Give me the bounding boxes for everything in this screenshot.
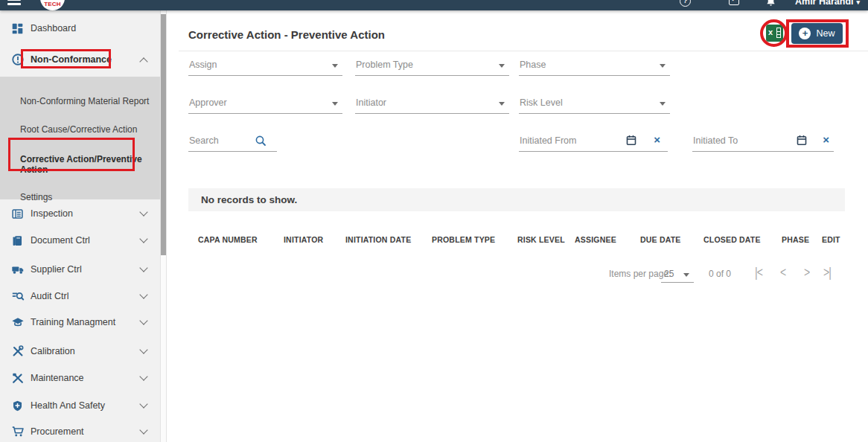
filter-problem-type-select[interactable]: Problem Type: [355, 57, 509, 76]
truck-icon: [10, 263, 25, 277]
export-excel-button[interactable]: x: [766, 25, 783, 42]
filter-problem-type-label: Problem Type: [356, 60, 413, 70]
submenu-item-root-cause[interactable]: Root Cause/Corrective Action: [20, 124, 137, 135]
clear-date-icon[interactable]: ×: [823, 133, 829, 146]
chevron-down-icon: [139, 234, 147, 243]
user-menu[interactable]: Amir Harandi▾: [795, 0, 860, 7]
chevron-down-icon: [139, 345, 147, 353]
chevron-down-icon: [139, 316, 147, 324]
new-button[interactable]: + New: [791, 23, 843, 44]
main-content: Corrective Action - Preventive Action x …: [167, 10, 868, 442]
chevron-down-icon: [139, 208, 147, 216]
sidebar-item-procurement[interactable]: Procurement: [0, 418, 160, 442]
sidebar-nav: Dashboard Non-Conformance Non-Conforming…: [0, 10, 160, 442]
sidebar-item-label: Dashboard: [31, 23, 76, 33]
previous-page-button[interactable]: <: [780, 265, 785, 280]
excel-grid-icon: [776, 28, 781, 38]
sidebar-item-label: Training Managment: [31, 317, 115, 327]
sidebar-item-training[interactable]: Training Managment: [0, 309, 160, 336]
column-header-problem-type[interactable]: PROBLEM TYPE: [432, 235, 495, 244]
chevron-down-icon: [139, 400, 147, 408]
column-header-closed-date[interactable]: CLOSED DATE: [703, 235, 761, 244]
filter-approver-select[interactable]: Approver: [188, 95, 342, 114]
column-header-assignee[interactable]: ASSIGNEE: [575, 235, 616, 244]
column-header-initiator[interactable]: INITIATOR: [284, 235, 323, 244]
user-name: Amir Harandi: [795, 0, 854, 7]
chevron-down-icon: [499, 64, 505, 68]
sidebar-item-label: Health And Safety: [31, 400, 105, 411]
filter-assign-select[interactable]: Assign: [188, 57, 342, 76]
top-app-bar: TECH ? ✓ Amir Harandi▾: [0, 0, 868, 10]
filter-initiator-select[interactable]: Initiator: [355, 95, 509, 114]
sidebar-item-label: Audit Ctrl: [31, 291, 68, 301]
sidebar-item-dashboard[interactable]: Dashboard: [0, 15, 160, 42]
filter-initiator-label: Initiator: [356, 97, 386, 108]
chevron-down-icon: [139, 426, 147, 434]
graduation-cap-icon: [10, 316, 25, 330]
tech-logo: TECH: [40, 0, 65, 10]
items-per-page-select[interactable]: 25: [661, 266, 694, 283]
column-header-capa-number[interactable]: CAPA NUMBER: [198, 235, 258, 244]
chevron-down-icon: [139, 263, 147, 272]
new-button-label: New: [816, 28, 835, 39]
chevron-down-icon: [332, 64, 338, 68]
sidebar-item-non-conformance[interactable]: Non-Conformance: [0, 46, 160, 73]
empty-state-bar: No records to show.: [188, 188, 845, 211]
column-header-phase[interactable]: PHASE: [782, 235, 809, 244]
filter-assign-label: Assign: [189, 60, 217, 70]
maintenance-tools-icon: [10, 371, 25, 385]
sidebar-item-audit-ctrl[interactable]: Audit Ctrl: [0, 283, 160, 310]
submenu-item-ncmr[interactable]: Non-Conforming Material Report: [20, 96, 149, 106]
sidebar-item-document-ctrl[interactable]: Document Ctrl: [0, 227, 160, 254]
filter-risk-level-select[interactable]: Risk Level: [519, 95, 670, 114]
column-header-due-date[interactable]: DUE DATE: [640, 235, 681, 244]
filter-risk-level-label: Risk Level: [520, 97, 563, 108]
calendar-icon[interactable]: [626, 135, 636, 149]
chevron-down-icon: [683, 273, 689, 277]
clear-date-icon[interactable]: ×: [654, 133, 660, 146]
submenu-item-capa[interactable]: Corrective Action/Preventive Action: [20, 154, 142, 175]
hamburger-menu-icon[interactable]: [7, 0, 21, 7]
initiated-to-placeholder: Initiated To: [693, 135, 738, 146]
dashboard-icon: [10, 22, 25, 36]
tasks-checkbox-icon[interactable]: ✓: [729, 0, 739, 5]
search-icon[interactable]: [255, 135, 267, 150]
search-input[interactable]: Search: [188, 132, 277, 152]
next-page-button[interactable]: >: [804, 265, 809, 280]
column-header-initiation-date[interactable]: INITIATION DATE: [345, 235, 411, 244]
sidebar-item-inspection[interactable]: Inspection: [0, 200, 160, 227]
sidebar-scrollbar-thumb[interactable]: [161, 14, 166, 255]
shopping-cart-icon: [10, 425, 25, 439]
notifications-bell-icon[interactable]: [765, 0, 776, 10]
items-per-page-value: 25: [664, 269, 674, 279]
search-placeholder: Search: [189, 135, 219, 146]
help-icon[interactable]: ?: [680, 0, 691, 7]
chevron-up-icon: [139, 57, 147, 65]
sidebar-item-supplier-ctrl[interactable]: Supplier Ctrl: [0, 256, 160, 283]
filter-phase-select[interactable]: Phase: [519, 57, 670, 76]
calendar-icon[interactable]: [797, 135, 807, 149]
shield-plus-icon: [10, 399, 25, 413]
column-header-edit[interactable]: EDIT: [822, 235, 840, 244]
sidebar-item-label: Maintenance: [31, 373, 84, 383]
sidebar-item-health-safety[interactable]: Health And Safety: [0, 392, 160, 419]
sidebar-item-calibration[interactable]: Calibration: [0, 338, 160, 365]
alert-circle-icon: [10, 53, 25, 67]
initiated-to-datepicker[interactable]: Initiated To ×: [692, 132, 834, 152]
sidebar-item-maintenance[interactable]: Maintenance: [0, 365, 160, 391]
filter-approver-label: Approver: [189, 97, 227, 108]
last-page-button[interactable]: >|: [823, 265, 831, 280]
first-page-button[interactable]: |<: [755, 265, 762, 280]
sidebar-item-label: Document Ctrl: [31, 235, 90, 246]
filter-phase-label: Phase: [520, 60, 546, 70]
column-header-risk-level[interactable]: RISK LEVEL: [517, 235, 565, 244]
initiated-from-datepicker[interactable]: Initiated From ×: [519, 132, 668, 152]
chevron-down-icon: [660, 102, 666, 106]
chevron-down-icon: [499, 102, 505, 106]
sidebar-item-label: Calibration: [31, 346, 75, 356]
initiated-from-placeholder: Initiated From: [520, 135, 576, 146]
chevron-down-icon: [139, 290, 147, 298]
plus-icon: +: [799, 28, 811, 39]
submenu-item-capa-line2: Action: [20, 164, 142, 175]
empty-state-message: No records to show.: [201, 194, 297, 205]
